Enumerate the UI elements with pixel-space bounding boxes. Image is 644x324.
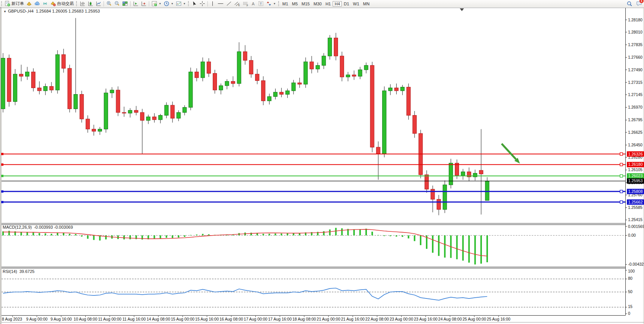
svg-text:0: 0 <box>628 311 630 316</box>
time-axis[interactable]: 8 Aug 20239 Aug 00:009 Aug 16:0010 Aug 0… <box>2 316 510 322</box>
svg-text:10 Aug 08:00: 10 Aug 08:00 <box>74 317 97 321</box>
svg-text:80: 80 <box>628 276 633 281</box>
svg-text:1.26023: 1.26023 <box>628 173 643 178</box>
svg-text:1.26180: 1.26180 <box>628 162 643 167</box>
svg-text:1.25415: 1.25415 <box>628 217 642 222</box>
svg-text:15 Aug 16:00: 15 Aug 16:00 <box>195 317 219 321</box>
svg-text:1.25808: 1.25808 <box>628 189 643 194</box>
svg-text:23 Aug 00:00: 23 Aug 00:00 <box>390 317 413 321</box>
svg-text:25 Aug 00:00: 25 Aug 00:00 <box>462 317 486 321</box>
svg-text:9 Aug 16:00: 9 Aug 16:00 <box>51 317 72 321</box>
svg-text:1.28010: 1.28010 <box>628 30 642 34</box>
svg-text:24 Aug 08:00: 24 Aug 08:00 <box>438 317 462 321</box>
price-badge-1.26326: 1.26326 <box>627 151 644 157</box>
svg-text:1.27145: 1.27145 <box>628 92 642 97</box>
svg-text:18 Aug 08:00: 18 Aug 08:00 <box>292 317 316 321</box>
svg-text:100: 100 <box>628 269 635 273</box>
bid-price-badge: 1.25953 <box>627 178 644 184</box>
svg-text:0.00: 0.00 <box>628 233 636 237</box>
svg-text:11 Aug 00:00: 11 Aug 00:00 <box>98 317 121 321</box>
svg-text:17 Aug 00:00: 17 Aug 00:00 <box>244 317 268 321</box>
svg-text:11 Aug 16:00: 11 Aug 16:00 <box>123 317 146 321</box>
svg-text:1.26326: 1.26326 <box>628 152 643 156</box>
svg-text:1.25585: 1.25585 <box>628 205 642 210</box>
svg-text:21 Aug 00:00: 21 Aug 00:00 <box>317 317 340 321</box>
svg-text:1.27315: 1.27315 <box>628 80 642 85</box>
svg-text:-0.004322: -0.004322 <box>628 262 644 266</box>
svg-text:14 Aug 08:00: 14 Aug 08:00 <box>147 317 170 321</box>
svg-text:22 Aug 08:00: 22 Aug 08:00 <box>365 317 389 321</box>
svg-text:1.26970: 1.26970 <box>628 105 642 109</box>
chart-canvas[interactable]: 1.281801.280101.278351.276601.274901.273… <box>0 0 644 324</box>
svg-text:8 Aug 2023: 8 Aug 2023 <box>2 317 22 321</box>
price-badge-1.25662: 1.25662 <box>627 199 644 205</box>
svg-text:1.25953: 1.25953 <box>628 178 643 183</box>
svg-text:21 Aug 16:00: 21 Aug 16:00 <box>341 317 365 321</box>
svg-text:1.25662: 1.25662 <box>628 200 643 204</box>
price-badge-1.26023: 1.26023 <box>627 173 644 179</box>
svg-text:1.26105: 1.26105 <box>628 167 642 172</box>
svg-text:1.27660: 1.27660 <box>628 55 642 59</box>
svg-text:1.26795: 1.26795 <box>628 117 642 122</box>
svg-text:0.001569: 0.001569 <box>628 224 644 229</box>
svg-text:50: 50 <box>628 289 633 294</box>
svg-text:16 Aug 08:00: 16 Aug 08:00 <box>220 317 243 321</box>
svg-text:15 Aug 00:00: 15 Aug 00:00 <box>171 317 194 321</box>
price-badge-1.26180: 1.26180 <box>627 162 644 167</box>
svg-text:9 Aug 00:00: 9 Aug 00:00 <box>26 317 48 321</box>
svg-text:1.27490: 1.27490 <box>628 67 642 72</box>
svg-text:1.27835: 1.27835 <box>628 42 642 47</box>
svg-text:25 Aug 16:00: 25 Aug 16:00 <box>487 317 510 321</box>
price-badge-1.25808: 1.25808 <box>627 189 644 194</box>
svg-text:23 Aug 16:00: 23 Aug 16:00 <box>414 317 437 321</box>
svg-text:17 Aug 16:00: 17 Aug 16:00 <box>268 317 292 321</box>
svg-text:1.26625: 1.26625 <box>628 130 642 135</box>
svg-text:1.28180: 1.28180 <box>628 18 642 22</box>
svg-text:1.26450: 1.26450 <box>628 143 642 147</box>
svg-text:15: 15 <box>628 304 633 309</box>
